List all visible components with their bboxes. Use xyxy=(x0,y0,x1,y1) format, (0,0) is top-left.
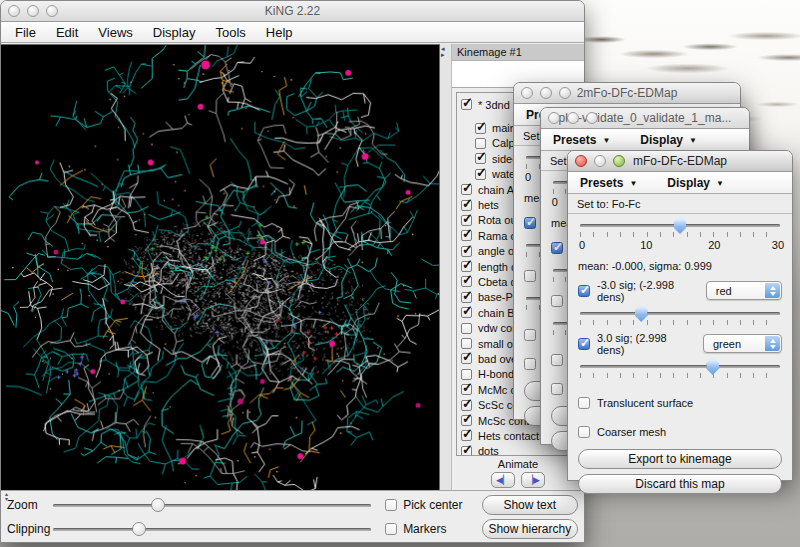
item-label: hets xyxy=(478,199,499,211)
tick-label: 0 xyxy=(579,239,585,251)
king-titlebar[interactable]: KiNG 2.22 xyxy=(1,1,584,22)
animate-step-forward-button[interactable] xyxy=(521,472,545,488)
discard-button[interactable]: Discard this map xyxy=(578,474,782,494)
item-checkbox[interactable] xyxy=(461,430,472,441)
zoom-button[interactable] xyxy=(46,5,58,17)
item-checkbox[interactable] xyxy=(461,246,472,257)
item-checkbox[interactable] xyxy=(461,384,472,395)
item-checkbox[interactable] xyxy=(461,99,472,110)
item-checkbox[interactable] xyxy=(475,123,486,134)
item-checkbox[interactable] xyxy=(461,230,472,241)
menu-bar: FileEditViewsDisplayToolsHelp xyxy=(1,22,584,43)
item-checkbox[interactable] xyxy=(461,415,472,426)
zoom-slider[interactable] xyxy=(53,498,371,512)
low-contour-slider[interactable] xyxy=(578,312,782,325)
item-checkbox[interactable] xyxy=(461,215,472,226)
item-checkbox[interactable] xyxy=(461,184,472,195)
high-contour-checkbox[interactable] xyxy=(551,295,563,307)
kinemage-list-item[interactable]: Kinemage #1 xyxy=(452,44,584,61)
set-to-label: Set to: Fo-Fc xyxy=(568,194,792,214)
item-checkbox[interactable] xyxy=(461,353,472,364)
display-menu[interactable]: Display xyxy=(661,176,734,190)
translucent-checkbox[interactable] xyxy=(551,354,563,366)
menu-display[interactable]: Display xyxy=(143,25,206,40)
item-checkbox[interactable] xyxy=(461,307,472,318)
translucent-checkbox[interactable] xyxy=(524,329,536,341)
item-label: chain B xyxy=(478,307,515,319)
low-color-select[interactable]: red xyxy=(706,281,782,300)
menu-edit[interactable]: Edit xyxy=(46,25,88,40)
item-checkbox[interactable] xyxy=(461,292,472,303)
item-checkbox[interactable] xyxy=(461,446,472,456)
menu-help[interactable]: Help xyxy=(256,25,303,40)
coarser-mesh-checkbox[interactable] xyxy=(551,383,563,395)
panel-splitter[interactable]: ◂▸ xyxy=(440,44,452,490)
close-button[interactable] xyxy=(575,155,587,167)
item-checkbox[interactable] xyxy=(461,261,472,272)
pick-center-label: Pick center xyxy=(403,498,462,512)
stepper-arrows-icon xyxy=(765,283,780,298)
dialog-titlebar[interactable]: pka-validate_0_validate_1_ma... xyxy=(541,108,749,129)
low-contour-checkbox[interactable] xyxy=(551,242,563,254)
translucent-label: Translucent surface xyxy=(597,397,693,409)
item-checkbox[interactable] xyxy=(475,169,486,180)
high-color-select[interactable]: green xyxy=(703,334,782,353)
menu-tools[interactable]: Tools xyxy=(205,25,255,40)
minimize-button[interactable] xyxy=(27,5,39,17)
item-label: * 3dnd xyxy=(478,99,510,111)
zoom-button[interactable] xyxy=(559,87,571,99)
menu-views[interactable]: Views xyxy=(88,25,142,40)
item-checkbox[interactable] xyxy=(475,138,486,149)
tick-label: 30 xyxy=(772,239,784,251)
presets-menu[interactable]: Presets xyxy=(547,133,620,147)
low-contour-checkbox[interactable] xyxy=(524,217,536,229)
minimize-button[interactable] xyxy=(594,155,606,167)
pick-center-checkbox[interactable] xyxy=(385,499,397,511)
tick-label: 0 xyxy=(552,196,558,208)
minimize-button[interactable] xyxy=(567,112,579,124)
clipping-slider[interactable] xyxy=(53,522,371,536)
translucent-checkbox[interactable] xyxy=(578,397,590,409)
markers-checkbox[interactable] xyxy=(385,523,397,535)
high-contour-slider[interactable] xyxy=(578,365,782,378)
item-checkbox[interactable] xyxy=(461,200,472,211)
dialog-titlebar[interactable]: mFo-DFc-EDMap xyxy=(568,151,792,172)
zoom-button[interactable] xyxy=(586,112,598,124)
coarser-mesh-checkbox[interactable] xyxy=(524,358,536,370)
menu-file[interactable]: File xyxy=(5,25,46,40)
zoom-button[interactable] xyxy=(613,155,625,167)
bottom-controls: ▴▾ Zoom Pick center Show text Clipping M… xyxy=(1,490,584,542)
clipping-slider-thumb[interactable] xyxy=(132,522,146,536)
splitter-collapse-icon: ▴▾ xyxy=(5,492,8,502)
zoom-slider-thumb[interactable] xyxy=(151,498,165,512)
high-contour-checkbox[interactable] xyxy=(578,338,590,350)
item-checkbox[interactable] xyxy=(461,338,472,349)
display-menu[interactable]: Display xyxy=(634,133,707,147)
level-slider[interactable]: 0 10 20 30 xyxy=(578,224,782,252)
high-contour-label: 3.0 sig; (2.998 dens) xyxy=(597,332,696,356)
minimize-button[interactable] xyxy=(540,87,552,99)
export-button[interactable]: Export to kinemage xyxy=(578,449,782,469)
close-button[interactable] xyxy=(521,87,533,99)
close-button[interactable] xyxy=(8,5,20,17)
item-checkbox[interactable] xyxy=(461,276,472,287)
item-checkbox[interactable] xyxy=(461,369,472,380)
item-checkbox[interactable] xyxy=(461,323,472,334)
item-checkbox[interactable] xyxy=(461,400,472,411)
coarser-mesh-label: Coarser mesh xyxy=(597,426,666,438)
close-button[interactable] xyxy=(548,112,560,124)
item-label: dots xyxy=(478,445,499,456)
item-checkbox[interactable] xyxy=(475,153,486,164)
mean-sigma-label: mean: -0.000, sigma: 0.999 xyxy=(578,260,782,272)
presets-menu[interactable]: Presets xyxy=(574,176,647,190)
dialog-titlebar[interactable]: 2mFo-DFc-EDMap xyxy=(514,83,740,104)
animate-step-back-button[interactable] xyxy=(491,472,515,488)
coarser-mesh-checkbox[interactable] xyxy=(578,426,590,438)
show-hierarchy-button[interactable]: Show hierarchy xyxy=(482,519,578,539)
low-contour-checkbox[interactable] xyxy=(578,285,590,297)
slider-ticks xyxy=(580,373,780,378)
high-contour-checkbox[interactable] xyxy=(524,270,536,282)
show-text-button[interactable]: Show text xyxy=(482,495,578,515)
item-label: Hets contacts xyxy=(478,430,545,442)
molecule-canvas[interactable] xyxy=(1,44,440,491)
